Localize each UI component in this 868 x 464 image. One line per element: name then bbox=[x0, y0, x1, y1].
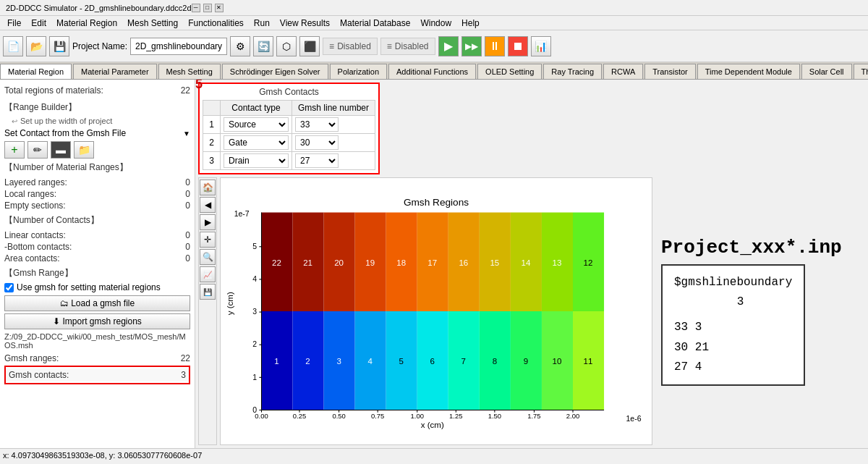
menu-mesh-setting[interactable]: Mesh Setting bbox=[123, 17, 182, 30]
open-btn[interactable]: 📂 bbox=[26, 36, 46, 56]
svg-text:12: 12 bbox=[584, 258, 593, 267]
file-path: Z:/09_2D-DDCC_wiki/00_mesh_test/MOS_mesh… bbox=[4, 332, 190, 350]
plot-toolbar: 🏠 ◀ ▶ ✛ 🔍 📈 💾 bbox=[198, 177, 217, 445]
code-box-title: Project_xxx*.inp bbox=[661, 237, 842, 258]
tab-material-parameter[interactable]: Material Parameter bbox=[73, 64, 157, 79]
row1-contact-select[interactable]: Source Gate Drain bbox=[224, 117, 289, 132]
new-btn[interactable]: 📄 bbox=[3, 36, 23, 56]
row1-line: 33 bbox=[292, 116, 375, 134]
status-bar: x: 4.0973049863519303e-08, y: 3.06053077… bbox=[0, 448, 868, 461]
add-icon-btn[interactable]: + bbox=[4, 141, 25, 159]
set-width-row[interactable]: ↩ Set up the width of project bbox=[4, 117, 190, 125]
tab-time-dependent[interactable]: Time Dependent Module bbox=[697, 64, 800, 79]
row3-contact-select[interactable]: Source Gate Drain bbox=[224, 153, 289, 168]
table-row: 2 Source Gate Drain 30 bbox=[203, 134, 375, 152]
tab-thermal[interactable]: Thermal bbox=[854, 64, 868, 79]
tab-additional[interactable]: Additional Functions bbox=[388, 64, 476, 79]
svg-text:18: 18 bbox=[396, 258, 406, 267]
row3-line: 27 bbox=[292, 152, 375, 170]
menu-edit[interactable]: Edit bbox=[27, 17, 51, 30]
menu-material-region[interactable]: Material Region bbox=[52, 17, 122, 30]
tb-btn1[interactable]: ⚙ bbox=[230, 36, 250, 56]
run-btn3[interactable]: ⏸ bbox=[485, 36, 505, 56]
run-btn[interactable]: ▶ bbox=[438, 36, 459, 56]
menu-bar: File Edit Material Region Mesh Setting F… bbox=[0, 16, 868, 30]
svg-text:11: 11 bbox=[584, 358, 593, 366]
range-builder-header: 【Range Builder】 bbox=[4, 101, 190, 114]
use-gmsh-checkbox[interactable] bbox=[4, 283, 14, 292]
svg-text:1.25: 1.25 bbox=[449, 412, 462, 420]
bottom-row: -Bottom contacts: 0 bbox=[4, 241, 190, 253]
title-bar: 2D-DDCC Simulator - 2D_gmshlineboundary.… bbox=[0, 0, 868, 16]
tab-schrodinger[interactable]: Schrödinger Eigen Solver bbox=[222, 64, 328, 79]
tb-btn2[interactable]: 🔄 bbox=[253, 36, 273, 56]
menu-view-results[interactable]: View Results bbox=[276, 17, 334, 30]
chart-btn[interactable]: 📊 bbox=[531, 36, 551, 56]
row3-line-select[interactable]: 27 bbox=[295, 153, 339, 168]
gmsh-contacts-row: Gmsh contacts: 3 bbox=[6, 368, 189, 381]
tb-btn4[interactable]: ⬛ bbox=[299, 36, 320, 56]
menu-functionalities[interactable]: Functionalities bbox=[184, 17, 248, 30]
code-line1: $gmshlineboundary bbox=[674, 273, 792, 292]
home-tool-btn[interactable]: 🏠 bbox=[200, 180, 216, 195]
menu-material-database[interactable]: Material Database bbox=[336, 17, 414, 30]
disabled-1: ≡Disabled bbox=[323, 38, 378, 55]
tab-ray-tracing[interactable]: Ray Tracing bbox=[543, 64, 602, 79]
move-tool-btn[interactable]: ✛ bbox=[200, 232, 216, 248]
svg-text:4: 4 bbox=[367, 358, 373, 366]
contacts-table: Contact type Gmsh line number 1 Source G… bbox=[203, 100, 375, 170]
contacts-title: Gmsh Contacts bbox=[203, 87, 375, 97]
gmsh-ranges-row: Gmsh ranges: 22 bbox=[4, 353, 190, 364]
delete-icon-btn[interactable]: ▬ bbox=[51, 141, 71, 159]
menu-help[interactable]: Help bbox=[457, 17, 484, 30]
svg-text:4: 4 bbox=[252, 274, 257, 283]
forward-tool-btn[interactable]: ▶ bbox=[200, 214, 216, 230]
import-gmsh-btn[interactable]: ⬇ Import gmsh regions bbox=[4, 313, 190, 329]
project-name: 2D_gmshlineboundary bbox=[130, 38, 227, 55]
row2-line-select[interactable]: 30 bbox=[295, 135, 339, 150]
folder-icon-btn[interactable]: 📁 bbox=[74, 141, 94, 159]
row1-line-select[interactable]: 33 bbox=[295, 117, 339, 132]
tab-transistor[interactable]: Transistor bbox=[644, 64, 696, 79]
tab-solar-cell[interactable]: Solar Cell bbox=[801, 64, 852, 79]
edit-icon-btn[interactable]: ✏ bbox=[27, 141, 48, 159]
svg-text:1e-6: 1e-6 bbox=[626, 414, 642, 423]
tab-mesh-setting[interactable]: Mesh Setting bbox=[158, 64, 221, 79]
minimize-btn[interactable]: ─ bbox=[192, 4, 200, 12]
load-gmsh-btn[interactable]: 🗂 Load a gmsh file bbox=[4, 295, 190, 311]
menu-run[interactable]: Run bbox=[250, 17, 274, 30]
set-contact-dropdown[interactable]: ▼ bbox=[183, 130, 190, 138]
close-btn[interactable]: ✕ bbox=[215, 4, 224, 12]
menu-file[interactable]: File bbox=[3, 17, 25, 30]
tab-rcwa[interactable]: RCWA bbox=[603, 64, 643, 79]
tab-oled[interactable]: OLED Setting bbox=[477, 64, 542, 79]
tab-bar: Material Region Material Parameter Mesh … bbox=[0, 62, 868, 80]
tb-btn3[interactable]: ⬡ bbox=[276, 36, 297, 56]
menu-window[interactable]: Window bbox=[416, 17, 456, 30]
svg-text:0.50: 0.50 bbox=[332, 412, 345, 420]
area-value: 0 bbox=[176, 253, 190, 263]
tab-material-region[interactable]: Material Region bbox=[0, 64, 72, 80]
gmsh-contacts-value: 3 bbox=[171, 370, 186, 380]
code-line3: 33 3 bbox=[674, 318, 792, 337]
table-row: 3 Source Gate Drain 27 bbox=[203, 152, 375, 170]
back-tool-btn[interactable]: ◀ bbox=[200, 197, 216, 213]
svg-text:2: 2 bbox=[252, 339, 257, 348]
set-width-label: Set up the width of project bbox=[20, 117, 112, 125]
svg-text:y (cm): y (cm) bbox=[226, 292, 234, 315]
save-chart-btn[interactable]: 💾 bbox=[200, 284, 216, 300]
save-btn[interactable]: 💾 bbox=[49, 36, 69, 56]
left-panel: Total regions of materials: 22 【Range Bu… bbox=[0, 80, 195, 448]
maximize-btn[interactable]: □ bbox=[203, 4, 212, 12]
zoom-tool-btn[interactable]: 🔍 bbox=[200, 249, 216, 265]
code-line4: 30 21 bbox=[674, 338, 792, 358]
row2-contact-select[interactable]: Source Gate Drain bbox=[224, 135, 289, 150]
run-btn2[interactable]: ▶▶ bbox=[461, 36, 482, 56]
svg-text:5: 5 bbox=[252, 242, 257, 250]
gmsh-ranges-value: 22 bbox=[176, 353, 190, 363]
run-btn4[interactable]: ⏹ bbox=[508, 36, 528, 56]
tab-polarization[interactable]: Polarization bbox=[330, 64, 387, 79]
chart-tool-btn[interactable]: 📈 bbox=[200, 266, 216, 282]
svg-text:1.00: 1.00 bbox=[411, 412, 424, 420]
svg-text:Gmsh Regions: Gmsh Regions bbox=[404, 197, 469, 208]
